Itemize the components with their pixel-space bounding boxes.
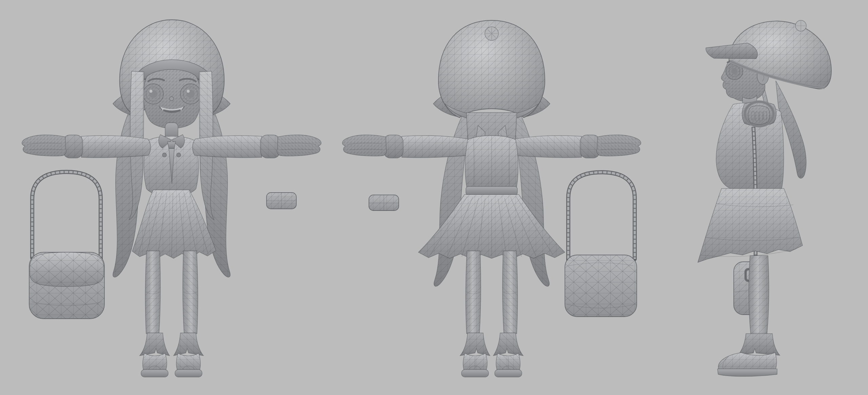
nose <box>170 97 174 101</box>
vest-button-right <box>177 153 181 157</box>
eye-right <box>180 84 201 104</box>
waistband <box>466 186 517 195</box>
boot-sole-side <box>717 369 777 376</box>
strap-keeper-box-left <box>267 193 296 209</box>
arm <box>22 135 151 158</box>
face <box>143 70 201 129</box>
arm <box>512 135 641 158</box>
torso-back <box>465 136 518 195</box>
boot-sole <box>141 370 168 377</box>
cap-button-side <box>795 20 806 31</box>
arm-foreshortened <box>742 102 776 126</box>
tie-knot <box>167 142 176 149</box>
arm <box>192 135 321 158</box>
cap-back <box>438 20 545 122</box>
cap-button <box>485 27 498 40</box>
eye-left <box>143 84 163 104</box>
viewport <box>0 0 868 395</box>
strap-keeper-box-right <box>369 195 399 211</box>
wireframe-turnaround-render <box>0 0 868 395</box>
arm <box>342 135 471 158</box>
vest-button-left <box>162 153 166 157</box>
